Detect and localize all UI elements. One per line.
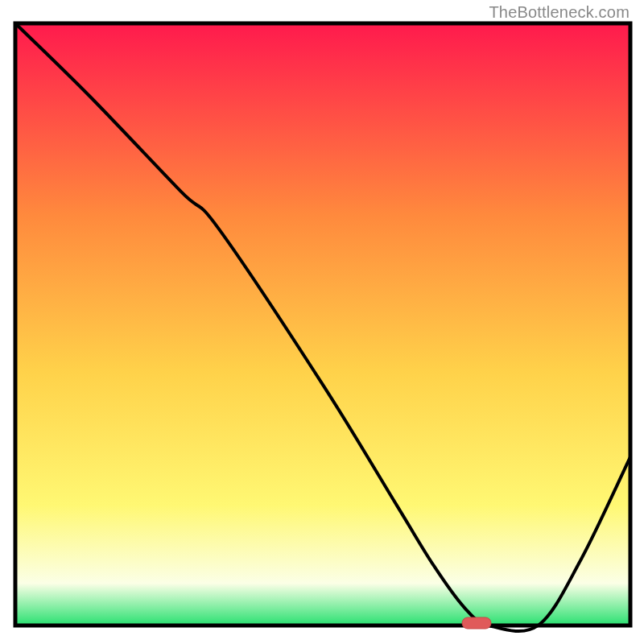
optimum-marker [462,617,491,629]
chart-svg [0,0,644,644]
watermark-text: TheBottleneck.com [489,3,630,22]
chart-canvas: TheBottleneck.com [0,0,644,644]
